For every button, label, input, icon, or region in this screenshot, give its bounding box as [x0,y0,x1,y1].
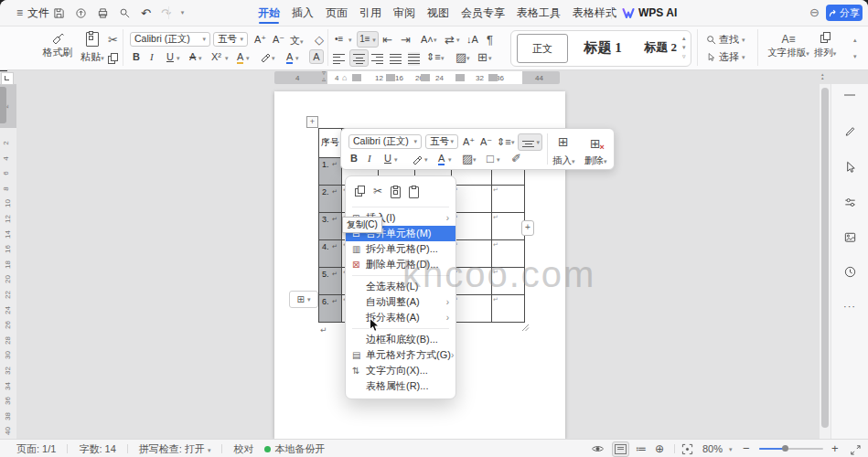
style-heading1[interactable]: 标题 1 [574,34,631,61]
ruler-column-marker[interactable] [421,74,430,81]
tab-页面[interactable]: 页面 [326,0,348,26]
cut-icon[interactable]: ✂ [373,186,382,197]
page-indicator[interactable]: 页面: 1/1 [16,442,56,456]
styles-scroll-up[interactable]: ▴ [682,35,686,42]
tab-开始[interactable]: 开始 [258,0,280,26]
table-cell[interactable]: ↵ [452,213,492,240]
print-button[interactable] [97,7,109,19]
ribbon-collapse-button[interactable]: ▾ [853,53,857,60]
zoom-out-button[interactable]: − [743,441,750,455]
vertical-ruler[interactable]: 2 246810121416182022242628303234363840 [0,84,16,439]
mini-underline-button[interactable]: U [384,153,391,164]
table-cell[interactable]: 6.↵ [319,295,342,323]
tab-引用[interactable]: 引用 [359,0,381,26]
clear-format-button[interactable]: ◇ [315,34,324,46]
more-options-icon[interactable]: ··· [841,297,859,315]
character-scale-button[interactable]: A˄ [421,34,434,45]
spellcheck-status[interactable]: 拼写检查: 打开 ▾ [139,442,211,456]
table-cell[interactable]: ↵ [492,186,525,213]
save-button[interactable] [53,7,65,19]
settings-sliders-icon[interactable] [841,193,859,211]
horizontal-ruler[interactable]: 4 44 4812162024283236 ▿ ▵ ⌂ [274,71,560,84]
mini-decrease-font-button[interactable]: A⁻ [480,136,492,148]
undo-button[interactable]: ↶ [141,7,151,19]
ruler-column-marker[interactable] [352,74,361,81]
local-backup-status[interactable]: 本地备份开 [264,442,325,456]
wrap-button[interactable]: ⇄ [445,34,455,46]
paste-button[interactable]: 粘贴▾ [77,30,108,64]
share-button[interactable]: 分享 [826,5,863,21]
copy-button[interactable] [108,53,118,64]
decrease-indent-button[interactable]: ⇤ [382,34,392,46]
view-eye-button[interactable] [591,443,605,454]
stickers-icon[interactable] [841,228,859,246]
table-cell[interactable]: ↵ [492,240,525,268]
font-name-combo[interactable]: Calibri (正文)▾ [130,32,210,47]
mini-delete-button[interactable]: 删除▾ [584,154,607,167]
web-view-button[interactable]: ⊕ [655,443,664,454]
mini-font-size-combo[interactable]: 五号▾ [425,134,458,149]
table-header-cell[interactable]: 序号 [319,129,342,158]
paste-icon[interactable] [391,186,401,198]
increase-indent-button[interactable]: ⇥ [401,34,411,46]
table-insert-column-button[interactable]: + [521,220,534,236]
align-center-button[interactable] [349,49,369,67]
bold-button[interactable]: B [133,51,140,62]
sort-button[interactable]: ↓A [466,34,478,45]
mini-insert-button[interactable]: 插入▾ [552,154,575,167]
table-cell[interactable]: ↵ [452,295,492,323]
help-icon[interactable]: ⊖ [809,6,820,18]
style-normal[interactable]: 正文 [517,34,568,63]
font-color-button[interactable]: A [286,51,293,64]
italic-button[interactable]: I [150,51,154,62]
table-resize-handle[interactable] [521,324,530,332]
table-cell[interactable]: ↵ [492,213,525,240]
redo-button[interactable]: ↷ [161,7,171,19]
table-cell[interactable]: 2.↵ [319,186,342,213]
menu-item-11[interactable]: 表格属性(R)... [346,378,455,394]
quick-access-more-button[interactable]: ▾ [181,9,185,16]
mini-highlight-button[interactable] [412,154,423,165]
select-button[interactable]: 选择▾ [706,50,745,64]
style-heading2[interactable]: 标题 2 [637,34,684,61]
word-count[interactable]: 字数: 14 [79,442,115,456]
cut-button[interactable]: ✂ [108,34,118,46]
proofread-button[interactable]: 校对 [233,442,253,456]
bullet-list-button[interactable]: •≡ [335,34,343,44]
tab-会员专享[interactable]: 会员专享 [461,0,505,26]
table-cell[interactable]: 3.↵ [319,213,342,240]
table-move-handle[interactable]: + [306,116,318,128]
tab-表格工具[interactable]: 表格工具 [517,0,561,26]
menu-item-8[interactable]: 边框和底纹(B)... [346,332,455,347]
table-cell[interactable]: ↵ [492,268,525,295]
borders-button[interactable]: ⊞ [477,51,488,63]
format-painter-button[interactable]: 格式刷 [40,30,75,59]
table-cell[interactable]: ↵ [452,268,492,295]
numbered-list-button[interactable]: 1≡ ▾ [357,31,379,48]
find-button[interactable]: 查找▾ [706,33,745,47]
select-cursor-icon[interactable] [841,157,859,175]
outline-view-button[interactable]: ≔ [636,443,647,454]
left-indent-marker[interactable]: ⌂ [342,73,347,82]
table-cell[interactable]: 1.↵ [319,158,342,186]
underline-button[interactable]: U [166,51,174,62]
tab-视图[interactable]: 视图 [427,0,449,26]
vertical-scrollbar-thumb[interactable] [821,88,829,428]
history-clock-icon[interactable] [841,262,859,281]
mini-bold-button[interactable]: B [350,153,358,164]
justify-button[interactable] [390,52,402,66]
file-menu-button[interactable]: ≡ 文件 [16,0,49,26]
nav-pane-handle[interactable] [0,87,6,123]
mini-format-painter-button[interactable]: ✐ [511,153,521,165]
table-cell[interactable]: ↵ [452,240,492,268]
decrease-font-button[interactable]: A⁻ [273,34,284,46]
styles-scroll-down[interactable]: ▾ [682,44,686,51]
mini-italic-button[interactable]: I [368,153,371,164]
scroll-to-top-button[interactable]: ▴▴ [821,72,824,80]
table-cell[interactable]: 5.↵ [319,268,342,295]
zoom-slider-knob[interactable] [782,445,788,452]
arrange-button[interactable]: 排列▾ [809,30,841,59]
distribute-button[interactable] [408,52,420,66]
shading-button[interactable]: ▨ [455,51,466,63]
ruler-column-marker[interactable] [386,74,395,81]
